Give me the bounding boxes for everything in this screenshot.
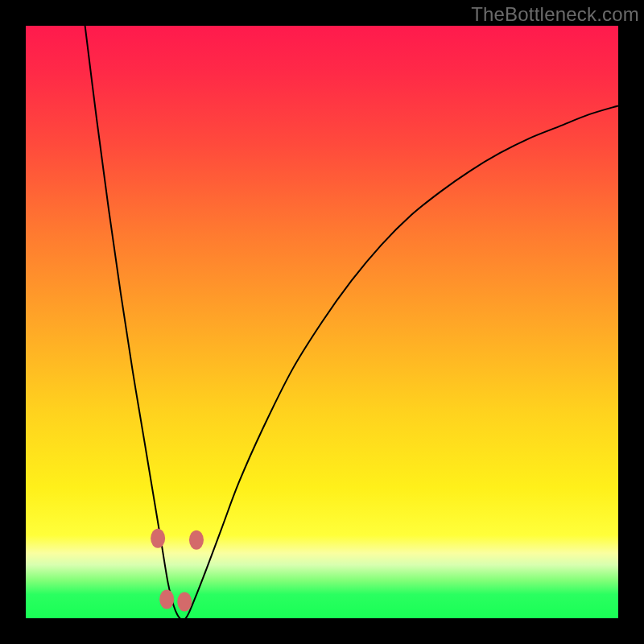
watermark-text: TheBottleneck.com [471, 3, 639, 26]
curve-markers [151, 529, 204, 612]
chart-frame: TheBottleneck.com [0, 0, 644, 644]
curve-marker [177, 592, 192, 611]
curve-marker [151, 529, 165, 548]
plot-area [26, 26, 618, 618]
curve-marker [159, 589, 174, 609]
bottleneck-curve [26, 26, 618, 618]
curve-line [85, 26, 618, 618]
curve-marker [189, 530, 204, 550]
